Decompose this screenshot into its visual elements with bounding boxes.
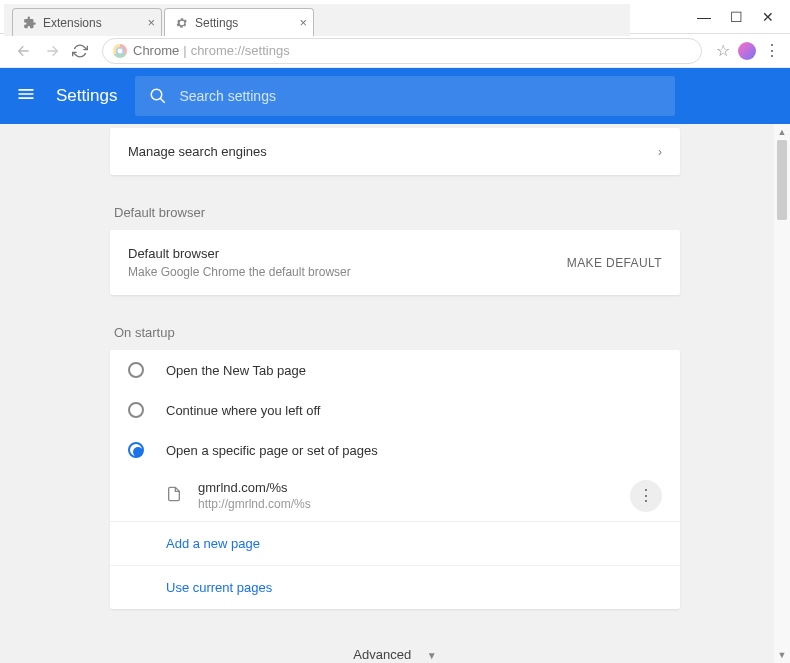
startup-option-continue[interactable]: Continue where you left off	[110, 390, 680, 430]
content-area: Manage search engines › Default browser …	[0, 124, 790, 663]
add-new-page-link[interactable]: Add a new page	[110, 522, 680, 566]
search-box[interactable]	[135, 76, 675, 116]
startup-option-newtab[interactable]: Open the New Tab page	[110, 350, 680, 390]
search-input[interactable]	[179, 88, 354, 104]
tab-extensions[interactable]: Extensions ×	[12, 8, 162, 36]
startup-page-entry: gmrlnd.com/%s http://gmrlnd.com/%s ⋮	[110, 470, 680, 522]
url-label: Chrome	[133, 43, 179, 58]
radio-icon	[128, 362, 144, 378]
radio-icon	[128, 442, 144, 458]
page-url: http://gmrlnd.com/%s	[198, 497, 311, 511]
search-engine-card: Manage search engines ›	[110, 128, 680, 175]
reload-button[interactable]	[68, 39, 92, 63]
advanced-label: Advanced	[353, 647, 411, 662]
toolbar: Chrome | chrome://settings ☆ ⋮	[0, 34, 790, 68]
maximize-button[interactable]: ☐	[722, 3, 750, 31]
more-actions-button[interactable]: ⋮	[630, 480, 662, 512]
section-label: On startup	[110, 315, 680, 350]
chevron-down-icon: ▼	[427, 650, 437, 661]
gear-icon	[175, 16, 189, 30]
scrollbar-thumb[interactable]	[777, 140, 787, 220]
chevron-right-icon: ›	[658, 145, 662, 159]
row-label: Manage search engines	[128, 144, 267, 159]
avatar[interactable]	[738, 42, 756, 60]
scrollbar[interactable]: ▲ ▼	[774, 124, 790, 663]
menu-button[interactable]: ⋮	[764, 41, 780, 60]
scroll-down-icon[interactable]: ▼	[774, 647, 790, 663]
option-label: Open the New Tab page	[166, 363, 306, 378]
use-current-pages-link[interactable]: Use current pages	[110, 566, 680, 609]
menu-icon[interactable]	[16, 84, 40, 108]
page-icon	[166, 485, 184, 507]
minimize-button[interactable]: —	[690, 3, 718, 31]
tab-settings[interactable]: Settings ×	[164, 8, 314, 36]
address-bar[interactable]: Chrome | chrome://settings	[102, 38, 702, 64]
back-button[interactable]	[12, 39, 36, 63]
manage-search-engines-row[interactable]: Manage search engines ›	[110, 128, 680, 175]
search-icon	[149, 87, 167, 105]
scroll-up-icon[interactable]: ▲	[774, 124, 790, 140]
default-browser-title: Default browser	[128, 246, 351, 261]
advanced-toggle[interactable]: Advanced ▼	[110, 629, 680, 663]
tab-label: Settings	[195, 16, 238, 30]
make-default-button[interactable]: MAKE DEFAULT	[567, 256, 662, 270]
tab-label: Extensions	[43, 16, 102, 30]
forward-button[interactable]	[40, 39, 64, 63]
page-title: Settings	[56, 86, 117, 106]
default-browser-card: Default browser Make Google Chrome the d…	[110, 230, 680, 295]
close-icon[interactable]: ×	[147, 15, 155, 30]
chrome-icon	[113, 44, 127, 58]
settings-header: Settings	[0, 68, 790, 124]
option-label: Open a specific page or set of pages	[166, 443, 378, 458]
tab-strip: Extensions × Settings ×	[4, 4, 630, 36]
startup-option-specific[interactable]: Open a specific page or set of pages	[110, 430, 680, 470]
page-title: gmrlnd.com/%s	[198, 480, 311, 495]
svg-point-1	[152, 89, 163, 100]
close-window-button[interactable]: ✕	[754, 3, 782, 31]
puzzle-icon	[23, 16, 37, 30]
url-path: chrome://settings	[191, 43, 290, 58]
option-label: Continue where you left off	[166, 403, 320, 418]
close-icon[interactable]: ×	[299, 15, 307, 30]
startup-card: Open the New Tab page Continue where you…	[110, 350, 680, 609]
default-browser-subtitle: Make Google Chrome the default browser	[128, 265, 351, 279]
section-label: Default browser	[110, 195, 680, 230]
radio-icon	[128, 402, 144, 418]
bookmark-icon[interactable]: ☆	[716, 41, 730, 60]
